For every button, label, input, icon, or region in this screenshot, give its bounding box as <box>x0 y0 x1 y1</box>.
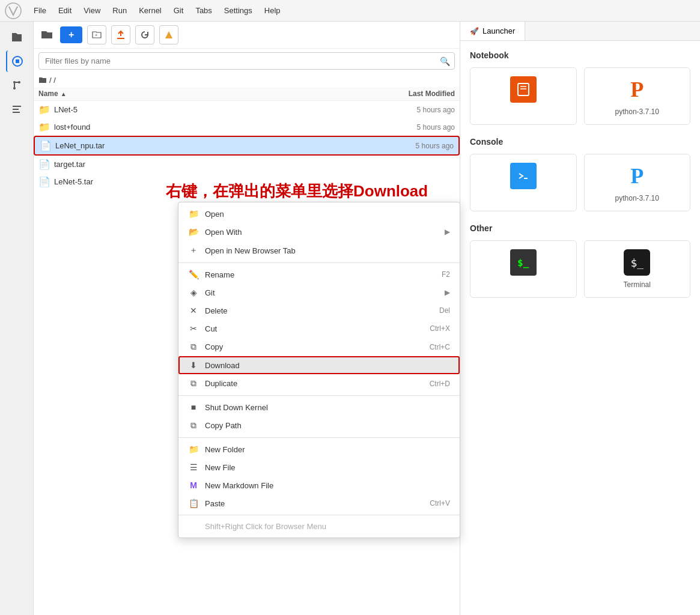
ctx-rename[interactable]: ✏️ Rename F2 <box>178 265 460 283</box>
file-panel: + + 🔍 / / Na <box>34 22 460 615</box>
python-blue-icon: P <box>624 163 650 189</box>
file-item-lenet-npu[interactable]: 📄 LeNet_npu.tar 5 hours ago <box>34 136 460 156</box>
ctx-new-folder[interactable]: 📁 New Folder <box>178 440 460 458</box>
new-icon: + <box>68 29 74 40</box>
git-btn[interactable] <box>159 25 178 44</box>
menu-git[interactable]: Git <box>169 4 189 17</box>
ctx-copy[interactable]: ⧉ Copy Ctrl+C <box>178 338 460 356</box>
menu-kernel[interactable]: Kernel <box>134 4 166 17</box>
svg-rect-15 <box>518 83 529 95</box>
file-modified-lenet-npu: 5 hours ago <box>370 142 454 150</box>
ctx-open-new-tab[interactable]: ＋ Open in New Browser Tab <box>178 241 460 260</box>
file-modified-lostfound: 5 hours ago <box>371 123 455 132</box>
copy-shortcut: Ctrl+C <box>430 343 450 351</box>
open-new-tab-icon: ＋ <box>188 245 199 256</box>
ctx-git-label: Git <box>205 288 439 297</box>
upload-btn[interactable] <box>111 25 130 44</box>
ctx-rename-label: Rename <box>205 270 436 279</box>
folder-icon <box>38 26 55 43</box>
ctx-open[interactable]: 📁 Open <box>178 205 460 223</box>
svg-text:+: + <box>95 32 98 38</box>
ctx-git[interactable]: ◈ Git ▶ <box>178 283 460 301</box>
ctx-shutdown[interactable]: ■ Shut Down Kernel <box>178 398 460 416</box>
notebook-grid: P python-3.7.10 <box>470 67 690 125</box>
ctx-paste[interactable]: 📋 Paste Ctrl+V <box>178 494 460 512</box>
ctx-cut[interactable]: ✂ Cut Ctrl+X <box>178 320 460 338</box>
launcher-tab: 🚀 Launcher <box>460 22 700 41</box>
menu-file[interactable]: File <box>29 4 51 17</box>
file-name-lenet5-tar: LeNet-5.tar <box>54 177 371 186</box>
ctx-new-folder-label: New Folder <box>205 445 450 454</box>
ctx-open-label: Open <box>205 210 450 219</box>
ctx-delete[interactable]: ✕ Delete Del <box>178 301 460 320</box>
ctx-duplicate[interactable]: ⧉ Duplicate Ctrl+D <box>178 374 460 393</box>
cut-icon: ✂ <box>188 324 199 333</box>
new-folder-btn[interactable]: + <box>87 25 106 44</box>
svg-point-5 <box>13 87 16 89</box>
python-blue-label: python-3.7.10 <box>615 194 659 202</box>
menu-edit[interactable]: Edit <box>53 4 76 17</box>
delete-shortcut: Del <box>439 306 450 315</box>
ctx-download-label: Download <box>205 361 450 370</box>
launcher-card-other[interactable]: $_ <box>470 240 577 298</box>
svg-rect-2 <box>16 59 19 63</box>
terminal-icon: $_ <box>624 249 650 276</box>
git-icon: ◈ <box>188 288 199 297</box>
console-grid: P python-3.7.10 <box>470 154 690 211</box>
sidebar-btn-git[interactable] <box>6 74 28 96</box>
ctx-copy-path[interactable]: ⧉ Copy Path <box>178 416 460 435</box>
launcher-card-python-blue[interactable]: P python-3.7.10 <box>584 154 691 211</box>
git-arrow: ▶ <box>445 288 450 297</box>
open-with-arrow: ▶ <box>445 228 450 236</box>
new-button[interactable]: + <box>60 26 82 43</box>
ctx-paste-label: Paste <box>205 499 424 508</box>
launcher-tab-icon: 🚀 <box>470 27 479 35</box>
file-icon-target: 📄 <box>38 159 50 170</box>
file-item-lenet5[interactable]: 📁 LNet-5 5 hours ago <box>34 101 460 118</box>
console-icon <box>510 163 537 189</box>
refresh-btn[interactable] <box>135 25 154 44</box>
col-name[interactable]: Name ▲ <box>38 89 371 98</box>
separator-2 <box>178 395 460 396</box>
ctx-open-new-tab-label: Open in New Browser Tab <box>205 246 450 255</box>
file-name-lenet-npu: LeNet_npu.tar <box>55 141 370 150</box>
menu-tabs[interactable]: Tabs <box>190 4 216 17</box>
menu-help[interactable]: Help <box>260 4 285 17</box>
open-icon: 📁 <box>188 209 199 219</box>
file-item-target[interactable]: 📄 target.tar <box>34 156 460 173</box>
search-bar: 🔍 <box>38 52 455 70</box>
ctx-new-markdown[interactable]: M New Markdown File <box>178 476 460 494</box>
folder-icon-lostfound: 📁 <box>38 121 50 133</box>
file-name-target: target.tar <box>54 160 371 169</box>
other-grid: $_ $_ Terminal <box>470 240 690 298</box>
notebook-section-title: Notebook <box>470 50 690 60</box>
download-icon: ⬇ <box>188 360 199 370</box>
search-input[interactable] <box>38 52 455 70</box>
launcher-card-notebook[interactable] <box>470 67 577 125</box>
context-menu: 📁 Open 📂 Open With ▶ ＋ Open in New Brows… <box>178 202 460 538</box>
separator-1 <box>178 262 460 263</box>
sidebar-btn-files[interactable] <box>6 26 28 48</box>
separator-3 <box>178 437 460 438</box>
ctx-open-with[interactable]: 📂 Open With ▶ <box>178 223 460 241</box>
sidebar-btn-running[interactable] <box>6 50 28 72</box>
other-section-title: Other <box>470 223 690 233</box>
file-list-header: Name ▲ Last Modified <box>34 87 460 101</box>
ctx-new-file[interactable]: ☰ New File <box>178 458 460 476</box>
ctx-cut-label: Cut <box>205 324 424 333</box>
menu-run[interactable]: Run <box>108 4 132 17</box>
new-folder-icon: 📁 <box>188 444 199 454</box>
launcher-tab-item[interactable]: 🚀 Launcher <box>460 22 525 40</box>
launcher-card-terminal[interactable]: $_ Terminal <box>584 240 691 298</box>
python-orange-icon: P <box>624 76 650 103</box>
launcher-card-python-orange[interactable]: P python-3.7.10 <box>584 67 691 125</box>
menu-settings[interactable]: Settings <box>219 4 257 17</box>
menu-view[interactable]: View <box>79 4 105 17</box>
ctx-new-file-label: New File <box>205 463 450 472</box>
file-item-lostfound[interactable]: 📁 lost+found 5 hours ago <box>34 118 460 136</box>
copy-path-icon: ⧉ <box>188 420 199 431</box>
sidebar-btn-toc[interactable] <box>6 98 28 120</box>
launcher-card-console[interactable] <box>470 154 577 211</box>
ctx-download[interactable]: ⬇ Download <box>178 356 460 374</box>
file-item-lenet5-tar[interactable]: 📄 LeNet-5.tar <box>34 173 460 190</box>
